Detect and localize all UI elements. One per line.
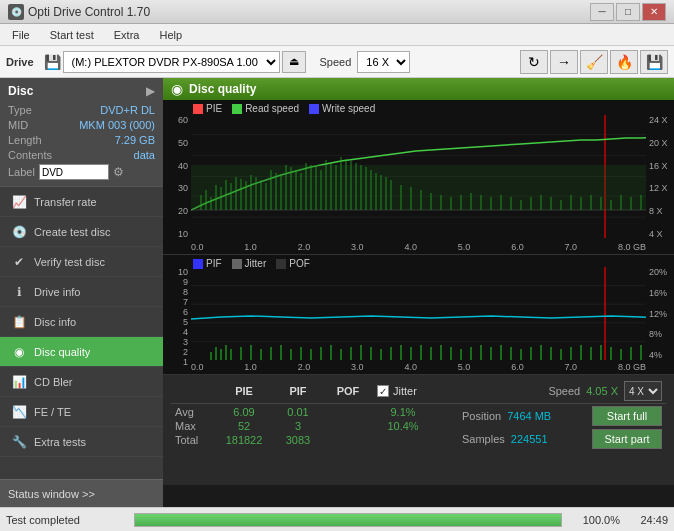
app-title: Opti Drive Control 1.70: [28, 5, 150, 19]
sidebar-item-disc-info[interactable]: 📋 Disc info: [0, 307, 163, 337]
disc-type-value: DVD+R DL: [100, 104, 155, 116]
eject-button[interactable]: ⏏: [282, 51, 306, 73]
avg-row: Avg 6.09 0.01 9.1%: [175, 406, 462, 418]
sidebar-item-transfer-rate[interactable]: 📈 Transfer rate: [0, 187, 163, 217]
y-b-3: 3: [183, 337, 188, 347]
sidebar-item-create-test-disc[interactable]: 💿 Create test disc: [0, 217, 163, 247]
pie-legend-label: PIE: [206, 103, 222, 114]
y-right-4pct: 4%: [649, 350, 662, 360]
jitter-checkbox-group: ✓ Jitter: [377, 385, 417, 397]
close-button[interactable]: ✕: [642, 3, 666, 21]
jitter-label: Jitter: [393, 385, 417, 397]
stats-panel: PIE PIF POF ✓ Jitter Speed 4.05 X 4 X 8 …: [163, 375, 674, 485]
svg-rect-6: [191, 165, 646, 210]
erase-button[interactable]: 🧹: [580, 50, 608, 74]
status-window-label: Status window >>: [8, 488, 95, 500]
title-bar: 💿 Opti Drive Control 1.70 ─ □ ✕: [0, 0, 674, 24]
x-label-4: 4.0: [404, 242, 417, 252]
x-b-4: 4.0: [404, 362, 417, 372]
position-row: Position 7464 MB Start full: [462, 406, 662, 426]
pof-legend-color: [276, 259, 286, 269]
speed-dropdown[interactable]: 4 X 8 X: [624, 381, 662, 401]
disc-toggle-button[interactable]: ▶: [146, 84, 155, 98]
status-window-button[interactable]: Status window >>: [0, 479, 163, 507]
menu-start-test[interactable]: Start test: [42, 27, 102, 43]
stats-right-panel: Position 7464 MB Start full Samples 2245…: [462, 406, 662, 449]
speed-label: Speed: [320, 56, 352, 68]
sidebar-item-verify-test-disc[interactable]: ✔ Verify test disc: [0, 247, 163, 277]
avg-pif: 0.01: [273, 406, 323, 418]
y-b-4: 4: [183, 327, 188, 337]
disc-quality-icon: ◉: [12, 345, 26, 359]
read-speed-legend-item: Read speed: [232, 103, 299, 114]
samples-row: Samples 224551 Start part: [462, 429, 662, 449]
burn-button[interactable]: 🔥: [610, 50, 638, 74]
speed-value: 4.05 X: [586, 385, 618, 397]
y-axis-right-top: 24 X 20 X 16 X 12 X 8 X 4 X: [646, 115, 674, 239]
app-icon: 💿: [8, 4, 24, 20]
drive-select[interactable]: (M:) PLEXTOR DVDR PX-890SA 1.00: [63, 51, 280, 73]
sidebar-item-cd-bler[interactable]: 📊 CD Bler: [0, 367, 163, 397]
menu-extra[interactable]: Extra: [106, 27, 148, 43]
jitter-legend-label: Jitter: [245, 258, 267, 269]
sidebar-item-disc-quality[interactable]: ◉ Disc quality: [0, 337, 163, 367]
y-label-50: 50: [178, 138, 188, 148]
write-speed-legend-label: Write speed: [322, 103, 375, 114]
sidebar-item-drive-info[interactable]: ℹ Drive info: [0, 277, 163, 307]
x-b-1: 1.0: [244, 362, 257, 372]
pie-legend-color: [193, 104, 203, 114]
refresh-button[interactable]: ↻: [520, 50, 548, 74]
create-test-disc-icon: 💿: [12, 225, 26, 239]
x-b-5: 5.0: [458, 362, 471, 372]
sidebar-item-extra-tests[interactable]: 🔧 Extra tests: [0, 427, 163, 457]
drive-bar: Drive 💾 (M:) PLEXTOR DVDR PX-890SA 1.00 …: [0, 46, 674, 78]
drive-select-wrapper: 💾 (M:) PLEXTOR DVDR PX-890SA 1.00 ⏏: [44, 51, 306, 73]
disc-length-label: Length: [8, 134, 42, 146]
disc-quality-header-icon: ◉: [171, 81, 183, 97]
sidebar-item-fe-te[interactable]: 📉 FE / TE: [0, 397, 163, 427]
start-full-button[interactable]: Start full: [592, 406, 662, 426]
save-button[interactable]: 💾: [640, 50, 668, 74]
y-axis-left-top: 60 50 40 30 20 10: [163, 115, 191, 239]
disc-panel: Disc ▶ Type DVD+R DL MID MKM 003 (000) L…: [0, 78, 163, 187]
total-pif: 3083: [273, 434, 323, 446]
menu-help[interactable]: Help: [151, 27, 190, 43]
pos-group: Position 7464 MB: [462, 410, 551, 422]
y-b-2: 2: [183, 347, 188, 357]
extra-tests-icon: 🔧: [12, 435, 26, 449]
gear-icon[interactable]: ⚙: [113, 165, 124, 179]
chart-top-legend: PIE Read speed Write speed: [193, 103, 375, 114]
x-label-7: 7.0: [565, 242, 578, 252]
disc-contents-label: Contents: [8, 149, 52, 161]
menu-file[interactable]: File: [4, 27, 38, 43]
maximize-button[interactable]: □: [616, 3, 640, 21]
disc-mid-label: MID: [8, 119, 28, 131]
minimize-button[interactable]: ─: [590, 3, 614, 21]
jitter-legend-item: Jitter: [232, 258, 267, 269]
max-pif: 3: [273, 420, 323, 432]
stat-header-pof: POF: [323, 385, 373, 397]
total-row: Total 181822 3083: [175, 434, 462, 446]
y-axis-left-bottom: 10 9 8 7 6 5 4 3 2 1: [163, 267, 191, 360]
start-part-button[interactable]: Start part: [592, 429, 662, 449]
x-label-5: 5.0: [458, 242, 471, 252]
disc-mid-row: MID MKM 003 (000): [8, 119, 155, 131]
y-right-16pct: 16%: [649, 288, 667, 298]
disc-header: Disc ▶: [8, 84, 155, 98]
disc-length-value: 7.29 GB: [115, 134, 155, 146]
jitter-checkbox[interactable]: ✓: [377, 385, 389, 397]
disc-mid-value: MKM 003 (000): [79, 119, 155, 131]
y-b-8: 8: [183, 287, 188, 297]
position-label: Position: [462, 410, 501, 422]
disc-contents-row: Contents data: [8, 149, 155, 161]
disc-label-input[interactable]: [39, 164, 109, 180]
pof-legend-label: POF: [289, 258, 310, 269]
x-b-6: 6.0: [511, 362, 524, 372]
chart-bottom-svg: [191, 267, 646, 360]
stat-header-pif: PIF: [273, 385, 323, 397]
speed-select[interactable]: 16 X Max: [357, 51, 410, 73]
cd-bler-icon: 📊: [12, 375, 26, 389]
content-area: ◉ Disc quality PIE Read speed: [163, 78, 674, 507]
y-label-30: 30: [178, 183, 188, 193]
arrow-button[interactable]: →: [550, 50, 578, 74]
